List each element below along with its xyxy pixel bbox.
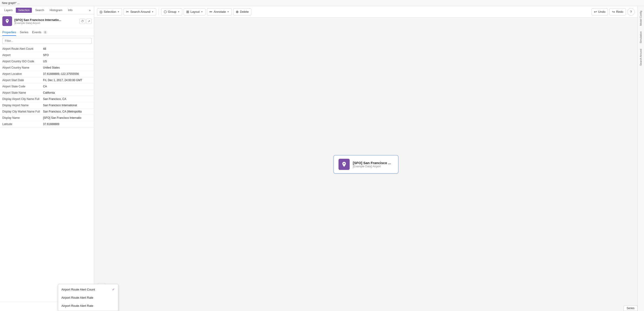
group-icon: ⬡ <box>164 10 167 14</box>
sidebar: Layers Selection Search Histogram Info »… <box>0 6 94 311</box>
property-row: Airport Location 37.61888889,-122.375555… <box>0 71 94 77</box>
dropdown-item[interactable]: Airport Route Alert Rate <box>58 294 118 302</box>
node-subtitle: [Example Data] Airport <box>14 22 77 24</box>
node-header: [SFO] San Francisco Internatio... [Examp… <box>0 14 94 28</box>
properties-list: Airport Route Alert Count 48 Airport SFO… <box>0 46 94 302</box>
property-value: 37.61888889,-122.37555556 <box>43 72 92 76</box>
delete-icon: ⊗ <box>236 10 239 14</box>
property-value: [SFO] San Francisco Internatio <box>43 116 92 120</box>
property-value: US <box>43 60 92 63</box>
property-row: Airport State Name California <box>0 90 94 96</box>
right-sidebar: Model Config Simulation Search Around <box>638 6 644 311</box>
prop-tab-properties[interactable]: Properties <box>2 30 16 36</box>
graph-node-text: [SFO] San Francisco ... [Example Data] A… <box>353 161 391 168</box>
property-key: Latitude <box>2 122 43 126</box>
property-value: Fri, Dec 1, 2017, 24:00:00 GMT <box>43 78 92 82</box>
property-row: Airport Country Name United States <box>0 64 94 71</box>
sidebar-tabs: Layers Selection Search Histogram Info » <box>0 6 94 14</box>
node-actions: ⏱ ↗ <box>80 18 92 24</box>
node-title: [SFO] San Francisco Internatio... <box>14 18 77 22</box>
series-button[interactable]: Series <box>624 306 638 311</box>
layout-button[interactable]: ⊞ Layout ▼ <box>184 8 206 15</box>
sidebar-tab-info[interactable]: Info <box>66 8 75 13</box>
property-value: 37.61888889 <box>43 122 92 126</box>
group-button[interactable]: ⬡ Group ▼ <box>161 8 182 15</box>
check-icon: ✓ <box>112 288 115 291</box>
graph-node-icon <box>338 159 350 170</box>
graph-node[interactable]: [SFO] San Francisco ... [Example Data] A… <box>334 155 398 174</box>
property-value: San Francisco, CA (Metropolita <box>43 110 92 113</box>
property-key: Airport <box>2 54 43 57</box>
selection-button[interactable]: ◎ Selection ▼ <box>97 8 122 15</box>
dropdown-item-label: Airport Route Alert Rate <box>62 304 93 308</box>
annotate-caret-icon: ▼ <box>227 10 229 13</box>
annotate-button[interactable]: ✏ Annotate ▼ <box>207 8 232 15</box>
prop-tab-series[interactable]: Series <box>20 30 28 36</box>
right-tab-model-config[interactable]: Model Config <box>638 8 644 28</box>
right-tab-simulation[interactable]: Simulation <box>638 28 644 46</box>
app-title-ellipsis: ... <box>18 2 20 5</box>
right-tab-search-around[interactable]: Search Around <box>638 46 644 68</box>
property-key: Display City Market Name Full <box>2 110 43 113</box>
property-row: Airport Country ISO Code US <box>0 58 94 64</box>
property-key: Airport Start Date <box>2 78 43 82</box>
property-key: Airport State Name <box>2 91 43 94</box>
property-key: Airport Country ISO Code <box>2 60 43 63</box>
property-key: Display Airport Name <box>2 104 43 107</box>
sidebar-tab-layers[interactable]: Layers <box>2 8 15 13</box>
property-row: Display Airport City Name Full San Franc… <box>0 96 94 102</box>
property-row: Latitude 37.61888889 <box>0 121 94 128</box>
sidebar-tab-histogram[interactable]: Histogram <box>47 8 65 13</box>
help-button[interactable]: ? <box>627 8 635 16</box>
property-row: Display Airport Name San Francisco Inter… <box>0 102 94 108</box>
filter-input[interactable] <box>2 38 92 44</box>
property-key: Airport State Code <box>2 85 43 88</box>
toolbar-right: ↩ Undo ↪ Redo ? <box>592 8 635 16</box>
property-value: San Francisco International <box>43 104 92 107</box>
property-row: Airport SFO <box>0 52 94 58</box>
annotate-icon: ✏ <box>210 10 212 14</box>
redo-button[interactable]: ↪ Redo <box>609 8 626 15</box>
toolbar: ◎ Selection ▼ ✂ Search Around ▼ ⬡ Group … <box>94 6 638 18</box>
node-icon <box>2 16 12 26</box>
selection-caret-icon: ▼ <box>117 10 120 13</box>
main-content: ◎ Selection ▼ ✂ Search Around ▼ ⬡ Group … <box>94 6 638 311</box>
search-around-caret-icon: ▼ <box>151 10 154 13</box>
graph-pin-icon <box>341 161 347 167</box>
scissors-icon: ✂ <box>126 10 129 14</box>
property-tabs: Properties Series Events 0 <box>0 28 94 36</box>
property-value: CA <box>43 85 92 88</box>
prop-tab-events[interactable]: Events 0 <box>32 30 48 36</box>
property-key: Airport Country Name <box>2 66 43 69</box>
dropdown-item[interactable]: Airport Route Alert Count ✓ <box>58 285 118 294</box>
top-bar: New graph* ... <box>0 0 644 6</box>
graph-node-subtitle: [Example Data] Airport <box>353 165 391 168</box>
undo-icon: ↩ <box>594 10 597 14</box>
target-icon: ◎ <box>100 10 102 14</box>
undo-button[interactable]: ↩ Undo <box>592 8 608 15</box>
graph-node-title: [SFO] San Francisco ... <box>353 161 391 165</box>
property-value: United States <box>43 66 92 69</box>
search-around-button[interactable]: ✂ Search Around ▼ <box>124 8 156 15</box>
layout-caret-icon: ▼ <box>201 10 203 13</box>
canvas[interactable]: [SFO] San Francisco ... [Example Data] A… <box>94 18 638 311</box>
property-value: 48 <box>43 47 92 50</box>
sidebar-tab-selection[interactable]: Selection <box>16 8 32 13</box>
sidebar-collapse-button[interactable]: » <box>88 8 92 12</box>
node-clock-button[interactable]: ⏱ <box>80 18 85 24</box>
map-pin-icon <box>5 18 10 24</box>
property-value: San Francisco, CA <box>43 98 92 101</box>
dropdown-menu: Airport Route Alert Count ✓ Airport Rout… <box>58 284 118 311</box>
property-row: Display Name [SFO] San Francisco Interna… <box>0 115 94 121</box>
property-key: Airport Location <box>2 72 43 76</box>
events-badge: 0 <box>43 31 47 34</box>
property-row: Airport Start Date Fri, Dec 1, 2017, 24:… <box>0 77 94 84</box>
dropdown-item[interactable]: Airport Route Alert Rate <box>58 302 118 310</box>
node-export-button[interactable]: ↗ <box>86 18 92 24</box>
sidebar-tab-search[interactable]: Search <box>33 8 46 13</box>
property-key: Display Name <box>2 116 43 120</box>
delete-button[interactable]: ⊗ Delete <box>233 8 251 15</box>
dropdown-item-label: Airport Route Alert Count <box>62 288 95 291</box>
dropdown-item-label: Airport Route Alert Rate <box>62 296 93 300</box>
property-key: Display Airport City Name Full <box>2 98 43 101</box>
